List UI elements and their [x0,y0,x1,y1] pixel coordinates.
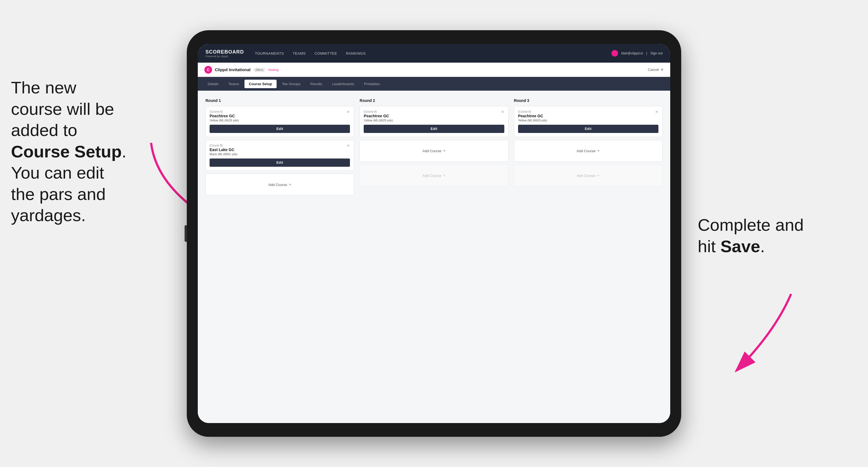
course-tee-b-r1: Black (M) (6891 yds) [210,152,350,156]
add-course-text-r3-1: Add Course + [577,148,600,153]
plus-icon-r2-2: + [443,173,445,178]
tournament-name: Clippd Invitational [215,67,250,72]
course-label-a-r3: (Course A) [518,110,658,113]
round-3-column: Round 3 ✕ (Course A) Peachtree GC Yellow… [514,98,662,198]
left-annotation: The new course will be added to Course S… [11,77,143,226]
delete-icon-b-r1[interactable]: ✕ [346,143,351,148]
cancel-button[interactable]: Cancel ✕ [648,68,663,72]
tab-tee-groups[interactable]: Tee Groups [278,80,305,88]
tablet-side-button [185,225,187,242]
plus-icon-r2-1: + [443,148,445,153]
plus-icon-r1: + [289,182,291,187]
nav-link-rankings[interactable]: RANKINGS [346,51,366,56]
tab-printables[interactable]: Printables [360,80,384,88]
add-course-card-r3-1[interactable]: Add Course + [514,140,662,162]
sign-out-link[interactable]: Sign out [650,51,662,55]
add-course-card-r3-2: Add Course + [514,164,662,187]
course-label-b-r1: (Course B) [210,144,350,147]
delete-icon-a-r1[interactable]: ✕ [346,109,351,115]
tab-bar: Details Teams Course Setup Tee Groups Re… [198,77,670,91]
add-course-card-r1[interactable]: Add Course + [206,174,354,195]
edit-button-b-r1[interactable]: Edit [210,158,350,167]
tablet-screen: SCOREBOARD Powered by clippd TOURNAMENTS… [198,44,670,423]
edit-button-a-r2[interactable]: Edit [364,125,504,133]
tournament-gender: (Men) [253,68,266,72]
round-1-header: Round 1 [206,98,354,103]
edit-button-a-r1[interactable]: Edit [210,125,350,133]
delete-icon-a-r2[interactable]: ✕ [500,109,505,115]
user-avatar [612,50,618,57]
edit-button-a-r3[interactable]: Edit [518,125,658,133]
tournament-logo: C [205,66,212,73]
course-label-a-r2: (Course A) [364,110,504,113]
course-card-a-r1: ✕ (Course A) Peachtree GC Yellow (M) (66… [206,106,354,137]
course-tee-a-r1: Yellow (M) (6629 yds) [210,119,350,122]
course-label-a-r1: (Course A) [210,110,350,113]
plus-icon-r3-1: + [597,148,600,153]
user-email: blair@clippd.io [621,51,643,55]
nav-link-teams[interactable]: TEAMS [293,51,306,56]
add-course-text-r2-1: Add Course + [423,148,445,153]
main-content: Round 1 ✕ (Course A) Peachtree GC Yellow… [198,91,670,423]
course-name-a-r1: Peachtree GC [210,114,350,118]
nav-separator: | [646,51,647,55]
tab-leaderboards[interactable]: Leaderboards [328,80,359,88]
plus-icon-r3-2: + [597,173,600,178]
course-name-b-r1: East Lake GC [210,148,350,152]
add-course-text-r2-2: Add Course + [423,173,445,178]
rounds-container: Round 1 ✕ (Course A) Peachtree GC Yellow… [206,98,662,198]
add-course-text-r3-2: Add Course + [577,173,600,178]
tab-teams[interactable]: Teams [224,80,243,88]
top-nav: SCOREBOARD Powered by clippd TOURNAMENTS… [198,44,670,63]
round-2-column: Round 2 ✕ (Course A) Peachtree GC Yellow… [360,98,508,198]
course-card-a-r3: ✕ (Course A) Peachtree GC Yellow (M) (66… [514,106,662,137]
tablet: SCOREBOARD Powered by clippd TOURNAMENTS… [187,30,681,437]
right-arrow [714,288,802,382]
scoreboard-logo: SCOREBOARD Powered by clippd [206,49,244,58]
logo-sub-text: Powered by clippd [206,55,244,58]
course-name-a-r3: Peachtree GC [518,114,658,118]
course-name-a-r2: Peachtree GC [364,114,504,118]
add-course-text-r1: Add Course + [268,182,291,187]
tab-details[interactable]: Details [203,80,223,88]
round-1-column: Round 1 ✕ (Course A) Peachtree GC Yellow… [206,98,354,198]
add-course-card-r2-1[interactable]: Add Course + [360,140,508,162]
tournament-bar: C Clippd Invitational (Men) Hosting Canc… [198,63,670,77]
tournament-info: C Clippd Invitational (Men) Hosting [205,66,279,73]
delete-icon-a-r3[interactable]: ✕ [654,109,659,115]
app-container: SCOREBOARD Powered by clippd TOURNAMENTS… [198,44,670,423]
logo-main-text: SCOREBOARD [206,49,244,55]
nav-link-committee[interactable]: COMMITTEE [314,51,337,56]
nav-links: TOURNAMENTS TEAMS COMMITTEE RANKINGS [255,51,612,56]
round-3-header: Round 3 [514,98,662,103]
add-course-card-r2-2: Add Course + [360,164,508,187]
course-card-a-r2: ✕ (Course A) Peachtree GC Yellow (M) (66… [360,106,508,137]
tournament-status: Hosting [268,68,279,71]
nav-link-tournaments[interactable]: TOURNAMENTS [255,51,284,56]
tab-course-setup[interactable]: Course Setup [245,80,277,88]
course-tee-a-r2: Yellow (M) (6629 yds) [364,119,504,122]
round-2-header: Round 2 [360,98,508,103]
course-card-b-r1: ✕ (Course B) East Lake GC Black (M) (689… [206,140,354,171]
right-annotation: Complete and hit Save. [698,214,813,257]
tab-results[interactable]: Results [306,80,327,88]
nav-right: blair@clippd.io | Sign out [612,50,662,57]
course-tee-a-r3: Yellow (M) (6629 yds) [518,119,658,122]
